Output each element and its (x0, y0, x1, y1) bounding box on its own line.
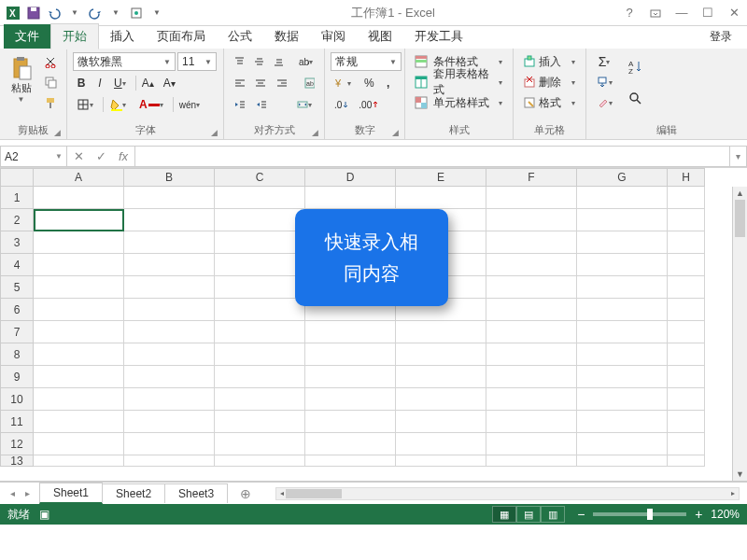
cell[interactable] (577, 299, 668, 321)
cell[interactable] (124, 411, 215, 433)
sheet-first-icon[interactable]: ◂ (6, 488, 19, 498)
cell[interactable] (668, 299, 705, 321)
row-header[interactable]: 9 (0, 366, 34, 388)
percent-button[interactable]: % (360, 74, 378, 92)
undo-dropdown-icon[interactable]: ▼ (65, 4, 84, 22)
row-header[interactable]: 1 (0, 187, 34, 209)
font-name-select[interactable]: 微软雅黑▼ (73, 52, 176, 71)
vertical-scrollbar[interactable]: ▲ ▼ (732, 187, 747, 481)
cell[interactable] (577, 254, 668, 276)
cell[interactable] (305, 433, 396, 455)
cell[interactable] (215, 231, 305, 254)
autosum-button[interactable]: Σ▾ (592, 52, 620, 71)
row-header[interactable]: 2 (0, 209, 34, 231)
cell[interactable] (124, 321, 215, 343)
col-header[interactable]: G (577, 168, 668, 187)
border-button[interactable]: ▾ (73, 95, 101, 114)
cell[interactable] (124, 343, 215, 366)
font-dialog-icon[interactable]: ◢ (211, 128, 218, 137)
cell[interactable] (215, 254, 305, 276)
zoom-knob[interactable] (647, 509, 653, 520)
undo-icon[interactable] (45, 4, 63, 22)
col-header[interactable]: B (124, 168, 215, 187)
cell[interactable] (124, 299, 215, 321)
cell[interactable] (34, 209, 124, 231)
cell[interactable] (124, 366, 215, 388)
increase-font-button[interactable]: A▴ (138, 74, 158, 92)
format-table-button[interactable]: 套用表格格式▾ (411, 73, 510, 91)
insert-cells-button[interactable]: 插入▾ (519, 52, 583, 71)
format-cells-button[interactable]: 格式▾ (519, 93, 583, 112)
accounting-button[interactable]: ¥▾ (331, 74, 359, 92)
cell[interactable] (668, 343, 705, 366)
alignment-dialog-icon[interactable]: ◢ (312, 128, 318, 137)
sheet-next-icon[interactable]: ▸ (21, 488, 34, 498)
cancel-formula-icon[interactable]: ✕ (67, 147, 90, 166)
cell[interactable] (34, 187, 124, 209)
cell[interactable] (577, 276, 668, 299)
cell[interactable] (577, 411, 668, 433)
cell[interactable] (215, 209, 305, 231)
col-header[interactable]: D (305, 168, 396, 187)
cell[interactable] (305, 455, 396, 467)
cell[interactable] (668, 366, 705, 388)
italic-button[interactable]: I (92, 74, 108, 92)
cell[interactable] (215, 433, 305, 455)
cell[interactable] (396, 433, 486, 455)
cell[interactable] (124, 187, 215, 209)
cell[interactable] (668, 411, 705, 433)
cell[interactable] (668, 187, 705, 209)
paste-button[interactable]: 粘贴 ▼ (6, 52, 36, 108)
cut-button[interactable] (40, 52, 61, 71)
tab-layout[interactable]: 页面布局 (146, 24, 217, 49)
align-left-button[interactable] (230, 74, 248, 92)
sheet-tab[interactable]: Sheet3 (164, 483, 228, 503)
cell[interactable] (34, 343, 124, 366)
cell[interactable] (396, 411, 486, 433)
cell[interactable] (577, 209, 668, 231)
fill-color-button[interactable]: ▾ (106, 95, 134, 114)
cell[interactable] (215, 366, 305, 388)
cell[interactable] (396, 321, 486, 343)
cell[interactable] (305, 343, 396, 366)
select-all-corner[interactable] (0, 168, 34, 187)
col-header[interactable]: F (486, 168, 577, 187)
cell-styles-button[interactable]: 单元格样式▾ (411, 93, 510, 112)
find-select-button[interactable] (624, 84, 648, 114)
cell[interactable] (668, 209, 705, 231)
macro-record-icon[interactable]: ▣ (39, 508, 49, 521)
copy-button[interactable] (40, 73, 61, 91)
cell[interactable] (396, 343, 486, 366)
fx-icon[interactable]: fx (112, 147, 134, 166)
cell[interactable] (305, 411, 396, 433)
number-format-select[interactable]: 常规▼ (331, 52, 402, 71)
wrap-text-button[interactable]: ab (300, 74, 318, 92)
phonetic-button[interactable]: wén▾ (176, 95, 207, 114)
cell[interactable] (34, 433, 124, 455)
cell[interactable] (305, 388, 396, 411)
row-header[interactable]: 11 (0, 411, 34, 433)
add-sheet-icon[interactable]: ⊕ (234, 486, 257, 501)
cell[interactable] (486, 343, 577, 366)
cell[interactable] (215, 455, 305, 467)
horizontal-scrollbar[interactable]: ◂ ▸ (275, 487, 740, 500)
align-right-button[interactable] (272, 74, 290, 92)
cell[interactable] (124, 254, 215, 276)
cell[interactable] (34, 321, 124, 343)
cell[interactable] (577, 187, 668, 209)
cell[interactable] (577, 343, 668, 366)
cell[interactable] (486, 455, 577, 467)
help-icon[interactable]: ? (620, 4, 639, 22)
tab-developer[interactable]: 开发工具 (403, 24, 474, 49)
col-header[interactable]: C (215, 168, 305, 187)
zoom-slider[interactable] (593, 512, 686, 516)
view-normal-icon[interactable]: ▦ (492, 506, 516, 523)
cell[interactable] (215, 187, 305, 209)
cell[interactable] (668, 254, 705, 276)
view-page-break-icon[interactable]: ▥ (541, 506, 565, 523)
cell[interactable] (305, 321, 396, 343)
expand-formula-icon[interactable]: ▾ (730, 146, 747, 167)
cell[interactable] (124, 433, 215, 455)
row-header[interactable]: 4 (0, 254, 34, 276)
tab-insert[interactable]: 插入 (99, 24, 146, 49)
